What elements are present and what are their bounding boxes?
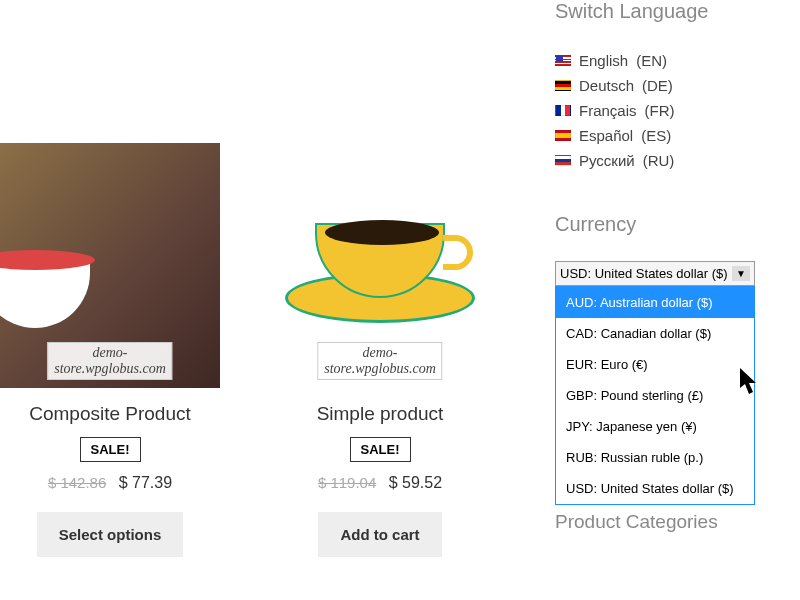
- currency-option-usd[interactable]: USD: United States dollar ($): [556, 473, 754, 504]
- product-card: demo-store.wpglobus.com Composite Produc…: [0, 143, 220, 557]
- currency-option-eur[interactable]: EUR: Euro (€): [556, 349, 754, 380]
- currency-dropdown: AUD: Australian dollar ($) CAD: Canadian…: [555, 286, 755, 505]
- currency-option-gbp[interactable]: GBP: Pound sterling (£): [556, 380, 754, 411]
- language-code: (RU): [643, 152, 675, 169]
- watermark: demo-store.wpglobus.com: [317, 342, 442, 380]
- product-card: demo-store.wpglobus.com Simple product S…: [270, 143, 490, 557]
- watermark: demo-store.wpglobus.com: [47, 342, 172, 380]
- language-code: (FR): [645, 102, 675, 119]
- price-block: $ 142.86 $ 77.39: [0, 474, 220, 492]
- language-item-en[interactable]: English (EN): [555, 48, 775, 73]
- flag-icon: [555, 155, 571, 166]
- language-label: Русский: [579, 152, 635, 169]
- currency-option-jpy[interactable]: JPY: Japanese yen (¥): [556, 411, 754, 442]
- language-item-fr[interactable]: Français (FR): [555, 98, 775, 123]
- sidebar: Switch Language English (EN) Deutsch (DE…: [555, 0, 775, 533]
- language-code: (EN): [636, 52, 667, 69]
- old-price: $ 142.86: [48, 474, 106, 491]
- language-code: (ES): [641, 127, 671, 144]
- flag-icon: [555, 55, 571, 66]
- product-title[interactable]: Simple product: [270, 403, 490, 425]
- language-label: English: [579, 52, 628, 69]
- currency-heading: Currency: [555, 213, 775, 236]
- flag-icon: [555, 80, 571, 91]
- flag-icon: [555, 105, 571, 116]
- product-title[interactable]: Composite Product: [0, 403, 220, 425]
- currency-option-rub[interactable]: RUB: Russian ruble (р.): [556, 442, 754, 473]
- flag-icon: [555, 130, 571, 141]
- language-label: Español: [579, 127, 633, 144]
- chevron-down-icon: ▼: [732, 266, 750, 281]
- currency-select[interactable]: USD: United States dollar ($) ▼: [555, 261, 755, 286]
- new-price: $ 59.52: [389, 474, 442, 491]
- product-image[interactable]: demo-store.wpglobus.com: [0, 143, 220, 388]
- currency-selected-value: USD: United States dollar ($): [560, 266, 728, 281]
- language-list: English (EN) Deutsch (DE) Français (FR) …: [555, 48, 775, 173]
- select-options-button[interactable]: Select options: [37, 512, 184, 557]
- language-code: (DE): [642, 77, 673, 94]
- new-price: $ 77.39: [119, 474, 172, 491]
- language-item-es[interactable]: Español (ES): [555, 123, 775, 148]
- currency-option-cad[interactable]: CAD: Canadian dollar ($): [556, 318, 754, 349]
- language-label: Deutsch: [579, 77, 634, 94]
- sale-badge: SALE!: [350, 437, 411, 462]
- language-item-de[interactable]: Deutsch (DE): [555, 73, 775, 98]
- switch-language-heading: Switch Language: [555, 0, 775, 23]
- language-item-ru[interactable]: Русский (RU): [555, 148, 775, 173]
- product-image[interactable]: demo-store.wpglobus.com: [270, 143, 490, 388]
- add-to-cart-button[interactable]: Add to cart: [318, 512, 441, 557]
- product-categories-heading: Product Categories: [555, 511, 775, 533]
- price-block: $ 119.04 $ 59.52: [270, 474, 490, 492]
- old-price: $ 119.04: [318, 474, 376, 491]
- currency-option-aud[interactable]: AUD: Australian dollar ($): [556, 287, 754, 318]
- language-label: Français: [579, 102, 637, 119]
- sale-badge: SALE!: [80, 437, 141, 462]
